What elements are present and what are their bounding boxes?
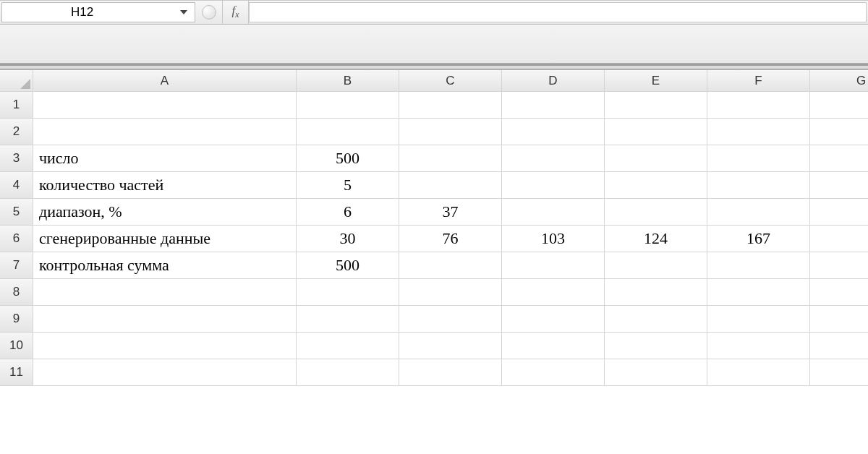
row-header-3[interactable]: 3 (0, 145, 33, 172)
cell-D2[interactable] (502, 119, 605, 145)
row-header-6[interactable]: 6 (0, 226, 33, 252)
cell-B3[interactable]: 500 (297, 145, 399, 172)
cell-C7[interactable] (399, 252, 502, 279)
cell-C8[interactable] (399, 279, 502, 306)
insert-function-button[interactable]: fx (223, 1, 249, 24)
cell-D9[interactable] (502, 306, 605, 333)
cell-D5[interactable] (502, 199, 605, 226)
cell-F4[interactable] (707, 172, 810, 199)
cell-B2[interactable] (297, 119, 399, 145)
cell-B10[interactable] (297, 333, 399, 359)
cell-G6[interactable] (810, 226, 868, 252)
cell-F8[interactable] (707, 279, 810, 306)
cell-E8[interactable] (605, 279, 707, 306)
cell-F6[interactable]: 167 (707, 226, 810, 252)
row-header-8[interactable]: 8 (0, 279, 33, 306)
cell-F7[interactable] (707, 252, 810, 279)
row-header-5[interactable]: 5 (0, 199, 33, 226)
select-all-button[interactable] (0, 70, 33, 92)
col-header-A[interactable]: A (33, 70, 297, 92)
cell-D6[interactable]: 103 (502, 226, 605, 252)
row-header-4[interactable]: 4 (0, 172, 33, 199)
cell-E2[interactable] (605, 119, 707, 145)
col-header-D[interactable]: D (502, 70, 605, 92)
cell-A8[interactable] (33, 279, 297, 306)
formula-input[interactable] (249, 2, 867, 22)
name-box[interactable]: H12 (1, 2, 195, 22)
cell-C11[interactable] (399, 359, 502, 386)
cell-A5[interactable]: диапазон, % (33, 199, 297, 226)
cell-G11[interactable] (810, 359, 868, 386)
cell-F11[interactable] (707, 359, 810, 386)
cell-G7[interactable] (810, 252, 868, 279)
row-header-7[interactable]: 7 (0, 252, 33, 279)
cell-E10[interactable] (605, 333, 707, 359)
cell-F3[interactable] (707, 145, 810, 172)
cell-G2[interactable] (810, 119, 868, 145)
cell-B8[interactable] (297, 279, 399, 306)
cell-D7[interactable] (502, 252, 605, 279)
cell-A10[interactable] (33, 333, 297, 359)
cell-B11[interactable] (297, 359, 399, 386)
circle-button-icon[interactable] (202, 5, 216, 20)
cell-G4[interactable] (810, 172, 868, 199)
cell-E6[interactable]: 124 (605, 226, 707, 252)
col-header-E[interactable]: E (605, 70, 707, 92)
cell-C2[interactable] (399, 119, 502, 145)
cell-F9[interactable] (707, 306, 810, 333)
cell-D8[interactable] (502, 279, 605, 306)
cell-A11[interactable] (33, 359, 297, 386)
cell-G8[interactable] (810, 279, 868, 306)
row-header-10[interactable]: 10 (0, 333, 33, 359)
cell-B5[interactable]: 6 (297, 199, 399, 226)
cell-D10[interactable] (502, 333, 605, 359)
cell-F1[interactable] (707, 92, 810, 119)
cell-G9[interactable] (810, 306, 868, 333)
col-header-F[interactable]: F (707, 70, 810, 92)
cell-C1[interactable] (399, 92, 502, 119)
row-header-2[interactable]: 2 (0, 119, 33, 145)
cell-C4[interactable] (399, 172, 502, 199)
cell-E7[interactable] (605, 252, 707, 279)
cell-A9[interactable] (33, 306, 297, 333)
cell-A6[interactable]: сгенерированные данные (33, 226, 297, 252)
cell-A2[interactable] (33, 119, 297, 145)
row-header-11[interactable]: 11 (0, 359, 33, 386)
cell-B1[interactable] (297, 92, 399, 119)
name-box-dropdown-icon[interactable] (179, 7, 189, 17)
cell-A7[interactable]: контрольная сумма (33, 252, 297, 279)
col-header-B[interactable]: B (297, 70, 399, 92)
cell-D1[interactable] (502, 92, 605, 119)
row-header-1[interactable]: 1 (0, 92, 33, 119)
cell-D3[interactable] (502, 145, 605, 172)
cell-G1[interactable] (810, 92, 868, 119)
cell-C10[interactable] (399, 333, 502, 359)
cell-C3[interactable] (399, 145, 502, 172)
cell-B4[interactable]: 5 (297, 172, 399, 199)
cell-D4[interactable] (502, 172, 605, 199)
col-header-C[interactable]: C (399, 70, 502, 92)
cell-E9[interactable] (605, 306, 707, 333)
cell-C5[interactable]: 37 (399, 199, 502, 226)
cell-D11[interactable] (502, 359, 605, 386)
cell-E11[interactable] (605, 359, 707, 386)
cell-G3[interactable] (810, 145, 868, 172)
col-header-G[interactable]: G (810, 70, 868, 92)
cell-F2[interactable] (707, 119, 810, 145)
row-header-9[interactable]: 9 (0, 306, 33, 333)
cell-B7[interactable]: 500 (297, 252, 399, 279)
cell-A4[interactable]: количество частей (33, 172, 297, 199)
cell-F10[interactable] (707, 333, 810, 359)
cell-E4[interactable] (605, 172, 707, 199)
cell-B6[interactable]: 30 (297, 226, 399, 252)
cell-B9[interactable] (297, 306, 399, 333)
cell-E5[interactable] (605, 199, 707, 226)
cell-E3[interactable] (605, 145, 707, 172)
cell-A3[interactable]: число (33, 145, 297, 172)
cell-E1[interactable] (605, 92, 707, 119)
cell-C9[interactable] (399, 306, 502, 333)
cell-A1[interactable] (33, 92, 297, 119)
cell-C6[interactable]: 76 (399, 226, 502, 252)
cell-G10[interactable] (810, 333, 868, 359)
cell-F5[interactable] (707, 199, 810, 226)
